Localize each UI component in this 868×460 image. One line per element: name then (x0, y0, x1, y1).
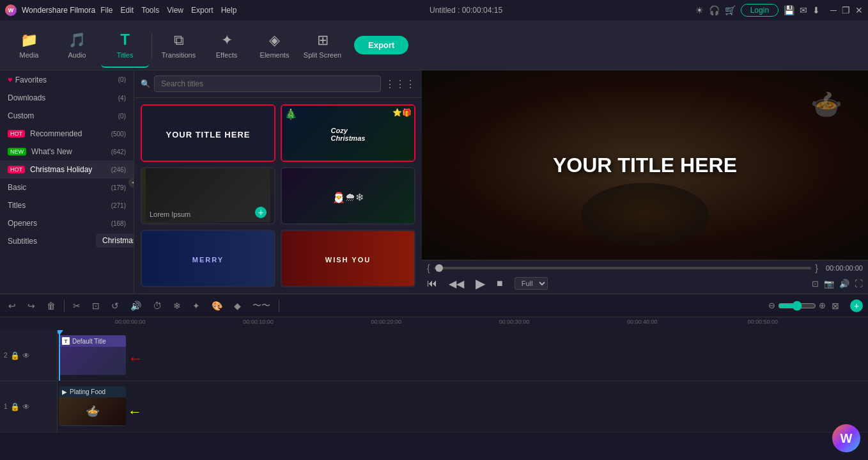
sidebar-item-recommended[interactable]: HOT Recommended (500) (0, 125, 134, 143)
seekbar-thumb[interactable] (435, 264, 443, 272)
toolbar-effects[interactable]: ✦ Effects (203, 23, 251, 68)
toolbar-audio[interactable]: 🎵 Audio (53, 23, 101, 68)
sidebar-item-subtitles[interactable]: Subtitles (15) (0, 232, 134, 250)
sidebar-item-custom[interactable]: Custom (0) (0, 107, 134, 125)
cart-icon[interactable]: 🛒 (725, 5, 736, 15)
menu-view[interactable]: View (167, 6, 183, 15)
title-card-blue[interactable]: MERRY Title 5 (141, 230, 275, 287)
ruler-mark-2: 00:00:20:00 (371, 319, 402, 325)
headphone-icon[interactable]: 🎧 (709, 5, 720, 15)
sidebar-item-openers[interactable]: Openers (168) (0, 214, 134, 232)
add-basic6-button[interactable]: + (255, 207, 267, 218)
titlebar-menu: File Edit Tools View Export Help (100, 6, 236, 15)
hot-badge-christmas: HOT (8, 166, 25, 173)
step-back-button[interactable]: ⏮ (427, 278, 437, 289)
fullscreen-icon[interactable]: ⛶ (855, 279, 863, 289)
zoom-out-icon[interactable]: ⊖ (768, 301, 775, 310)
title-thumb-cozy: CozyChristmas 🎄 ⭐🎁 (282, 106, 414, 162)
main-toolbar: 📁 Media 🎵 Audio T Titles ⧉ Transitions ✦… (0, 20, 868, 70)
track-1-lock[interactable]: 🔒 (10, 402, 20, 411)
toolbar-titles[interactable]: T Titles (101, 23, 149, 68)
menu-tools[interactable]: Tools (141, 6, 159, 15)
login-button[interactable]: Login (741, 4, 779, 17)
seekbar-track[interactable] (434, 267, 812, 269)
toolbar-elements[interactable]: ◈ Elements (251, 23, 298, 68)
clip-video-name: Plating Food (70, 388, 105, 395)
sidebar-openers-label: Openers (8, 219, 37, 228)
delete-button[interactable]: 🗑 (43, 299, 59, 313)
watermark-logo: W (832, 424, 860, 452)
volume-icon[interactable]: 🔊 (839, 279, 849, 289)
titlebar-right: ☀ 🎧 🛒 Login 💾 ✉ ⬇ ─ ❐ ✕ (695, 4, 863, 17)
search-input[interactable] (154, 75, 381, 92)
sidebar-whatsnew-count: (642) (111, 148, 126, 155)
menu-edit[interactable]: Edit (121, 6, 134, 15)
color-button[interactable]: 🎨 (208, 299, 226, 313)
export-button[interactable]: Export (354, 36, 408, 54)
ai-button[interactable]: ✦ (189, 299, 203, 313)
redo-button[interactable]: ↪ (24, 299, 38, 313)
speed-button[interactable]: ⏱ (150, 299, 165, 313)
zoom-slider[interactable] (778, 301, 816, 311)
sidebar-titles-count: (271) (111, 202, 126, 209)
close-button[interactable]: ✕ (855, 5, 863, 15)
zoom-in-icon[interactable]: ⊕ (819, 301, 826, 310)
minimize-button[interactable]: ─ (830, 5, 837, 15)
play-button[interactable]: ▶ (476, 276, 485, 291)
cut-button[interactable]: ✂ (70, 299, 84, 313)
media-icon: 📁 (20, 32, 38, 49)
freeze-frame-button[interactable]: ❄ (170, 299, 184, 313)
sidebar-item-basic[interactable]: Basic (179) (0, 178, 134, 196)
screenshot-icon[interactable]: 📷 (824, 279, 834, 289)
toolbar-separator-1 (151, 33, 152, 58)
video-clip[interactable]: ▶ Plating Food 🍲 (59, 386, 126, 426)
pip-icon[interactable]: ⊡ (812, 279, 819, 289)
toolbar-transitions[interactable]: ⧉ Transitions (155, 23, 203, 68)
title-card-red[interactable]: WISH YOU WISH YOU (281, 230, 415, 287)
maximize-button[interactable]: ❐ (842, 5, 850, 15)
download-icon[interactable]: ⬇ (812, 5, 820, 15)
fit-to-window-button[interactable]: ⊠ (828, 299, 842, 313)
menu-file[interactable]: File (100, 6, 112, 15)
track-1-eye[interactable]: 👁 (22, 402, 30, 411)
toolbar-media[interactable]: 📁 Media (5, 23, 53, 68)
track-2-lock[interactable]: 🔒 (10, 351, 20, 360)
grid-view-icon[interactable]: ⋮⋮⋮ (385, 78, 415, 90)
mail-icon[interactable]: ✉ (800, 5, 807, 15)
title-card-default[interactable]: YOUR TITLE HERE Default Title (141, 104, 275, 162)
menu-help[interactable]: Help (221, 6, 237, 15)
title-card-xmas[interactable]: 🎅🌨❄ Christmas Season Mood ... (281, 167, 415, 225)
sun-icon[interactable]: ☀ (695, 5, 704, 15)
timecode-display: 00:00:00:00 (826, 264, 863, 272)
crop-button[interactable]: ⊡ (89, 299, 103, 313)
audio-waveform-button[interactable]: 〜〜 (249, 298, 274, 313)
title-clip[interactable]: T Default Title (59, 335, 126, 375)
sidebar-item-whatsnew[interactable]: NEW What's New (642) (0, 143, 134, 161)
toolbar-audio-label: Audio (68, 51, 86, 59)
toolbar-splitscreen[interactable]: ⊞ Split Screen (298, 23, 346, 68)
keyframe-button[interactable]: ◆ (231, 299, 244, 313)
title-card-basic6[interactable]: Lorem Ipsum + Basic 6 (141, 167, 275, 225)
audio-duck-button[interactable]: 🔊 (127, 299, 144, 313)
save-icon[interactable]: 💾 (784, 5, 794, 15)
rotate-button[interactable]: ↺ (108, 299, 122, 313)
sidebar-item-downloads[interactable]: Downloads (4) (0, 89, 134, 107)
prev-frame-button[interactable]: ◀◀ (449, 278, 464, 290)
titles-grid: YOUR TITLE HERE Default Title CozyChrist… (134, 98, 422, 294)
zoom-select[interactable]: Full (515, 277, 548, 290)
sidebar-item-titles[interactable]: Titles (271) (0, 196, 134, 214)
clip-video-icon: ▶ (62, 388, 67, 395)
sidebar-item-christmas[interactable]: HOT Christmas Holiday (246) (0, 161, 134, 178)
menu-export[interactable]: Export (191, 6, 213, 15)
undo-button[interactable]: ↩ (5, 299, 19, 313)
in-point-bracket[interactable]: { (427, 263, 430, 273)
out-point-bracket[interactable]: } (815, 263, 818, 273)
sidebar-downloads-label: Downloads (8, 93, 45, 102)
add-track-right-button[interactable]: + (850, 299, 863, 312)
sidebar-item-favorites[interactable]: ♥ Favorites (0) (0, 70, 134, 89)
title-card-cozy[interactable]: CozyChristmas 🎄 ⭐🎁 Cozy Christmas Pack O… (281, 104, 415, 162)
track-2-eye[interactable]: 👁 (22, 351, 30, 360)
effects-icon: ✦ (221, 32, 233, 49)
stop-button[interactable]: ■ (497, 278, 503, 289)
track-2-header: 2 🔒 👁 (0, 330, 58, 381)
